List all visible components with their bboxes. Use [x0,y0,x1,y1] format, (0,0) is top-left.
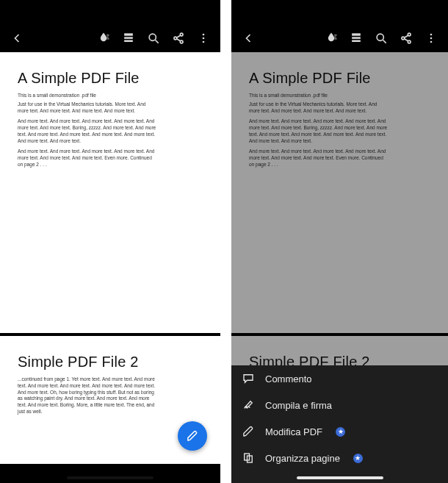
pdf-page-2: Simple PDF File 2 ...continued from page… [0,336,220,430]
view-mode-icon[interactable] [344,26,369,51]
top-toolbar [0,24,220,52]
back-button[interactable] [4,26,29,51]
sheet-item-fill-sign[interactable]: Compila e firma [231,392,448,418]
svg-point-6 [180,40,183,43]
home-indicator [297,476,383,479]
liquid-mode-icon[interactable] [91,26,116,51]
liquid-mode-icon[interactable] [319,26,344,51]
doc-text: And more text. And more text. And more t… [18,118,157,144]
more-icon[interactable] [419,26,444,51]
share-icon[interactable] [394,26,419,51]
svg-point-8 [203,37,205,39]
home-indicator [67,476,153,479]
more-icon[interactable] [191,26,216,51]
nav-bar-area [0,464,220,483]
sheet-item-label: Organizza pagine [265,453,340,464]
doc-text: Just for use in the Virtual Mechanics tu… [18,101,157,115]
svg-point-5 [174,37,177,40]
svg-rect-10 [352,33,361,35]
action-sheet: Commento Compila e firma Modifica PDF ★ … [231,365,448,483]
pdf-page-1: A Simple PDF File This is a small demons… [231,52,448,333]
page-title: Simple PDF File 2 [18,354,203,371]
pencil-icon [242,425,255,438]
premium-badge: ★ [353,454,363,463]
pdf-viewport[interactable]: A Simple PDF File This is a small demons… [0,52,220,483]
sheet-item-organize-pages[interactable]: Organizza pagine ★ [231,445,448,471]
svg-point-15 [402,37,405,40]
svg-point-13 [377,34,383,40]
edit-fab[interactable] [178,421,207,451]
svg-rect-11 [352,37,361,39]
page-title: A Simple PDF File [18,70,203,87]
sheet-item-edit-pdf[interactable]: Modifica PDF ★ [231,418,448,445]
search-icon[interactable] [141,26,166,51]
top-toolbar [231,24,448,52]
svg-rect-1 [124,37,133,39]
screen-pdf-viewer: A Simple PDF File This is a small demons… [0,0,220,483]
status-bar [0,0,220,24]
pdf-page-1: A Simple PDF File This is a small demons… [0,52,220,333]
svg-rect-0 [124,33,133,35]
svg-point-19 [430,40,433,43]
doc-text: This is a small demonstration .pdf file [18,93,203,99]
svg-point-9 [203,40,205,43]
doc-text: And more text. And more text. And more t… [249,118,389,144]
signature-icon [242,398,255,412]
doc-text: Just for use in the Virtual Mechanics tu… [249,101,389,115]
doc-text: This is a small demonstration .pdf file [249,93,430,99]
svg-rect-12 [352,40,361,42]
svg-point-4 [180,33,183,36]
svg-point-16 [408,40,411,43]
share-icon[interactable] [166,26,191,51]
sheet-item-label: Modifica PDF [265,426,322,437]
comment-icon [242,372,255,385]
back-button[interactable] [236,26,261,51]
sheet-item-label: Compila e firma [265,400,332,411]
svg-point-18 [430,37,433,39]
doc-text: ...continued from page 1. Yet more text.… [18,376,157,415]
svg-rect-2 [124,40,133,42]
svg-point-7 [203,33,205,35]
screen-pdf-viewer-menu: A Simple PDF File This is a small demons… [231,0,448,483]
page-title: A Simple PDF File [249,70,430,87]
svg-point-14 [408,33,411,36]
doc-text: And more text. And more text. And more t… [249,149,389,168]
pages-icon [242,451,255,465]
status-bar [231,0,448,24]
sheet-item-comment[interactable]: Commento [231,365,448,392]
view-mode-icon[interactable] [116,26,141,51]
doc-text: And more text. And more text. And more t… [18,149,157,168]
premium-badge: ★ [336,427,345,437]
sheet-item-label: Commento [265,373,312,384]
svg-point-17 [430,33,433,35]
search-icon[interactable] [369,26,394,51]
svg-point-3 [149,34,156,40]
